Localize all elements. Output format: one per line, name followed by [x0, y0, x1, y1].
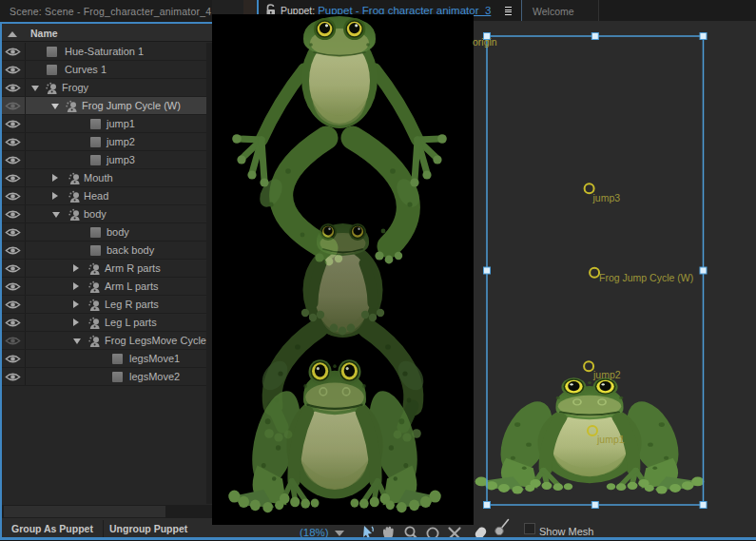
- svg-text:origin: origin: [473, 36, 497, 48]
- svg-text:Frog Jump Cycle (W): Frog Jump Cycle (W): [599, 272, 693, 283]
- svg-text:jump2: jump2: [592, 369, 621, 380]
- svg-text:jump3: jump3: [592, 192, 621, 203]
- svg-text:jump1: jump1: [596, 434, 625, 445]
